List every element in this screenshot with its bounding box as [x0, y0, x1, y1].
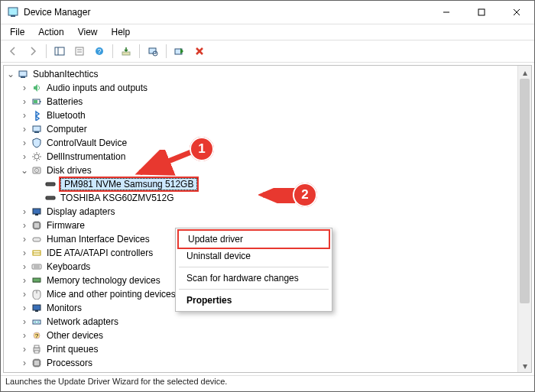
- svg-text:?: ?: [35, 332, 39, 339]
- tree-node-label: Network adapters: [45, 316, 120, 327]
- tree-category-17[interactable]: ›Print queues: [5, 342, 531, 356]
- ctx-update-driver[interactable]: Update driver: [179, 231, 329, 248]
- expand-icon[interactable]: ›: [19, 248, 30, 258]
- expand-icon[interactable]: ›: [19, 344, 30, 355]
- tree-category-18[interactable]: ›Processors: [5, 356, 531, 370]
- nav-back-button[interactable]: [4, 42, 22, 60]
- properties-button[interactable]: [70, 42, 89, 60]
- close-button[interactable]: [499, 1, 534, 24]
- expand-icon[interactable]: ›: [19, 358, 30, 368]
- annotation-arrow-1: [134, 150, 195, 180]
- display-icon: [31, 302, 43, 314]
- ctx-uninstall-device[interactable]: Uninstall device: [177, 248, 330, 264]
- svg-rect-25: [34, 131, 39, 133]
- ctx-scan-hardware[interactable]: Scan for hardware changes: [177, 270, 330, 287]
- expand-icon[interactable]: ›: [19, 275, 30, 286]
- separator: [139, 44, 140, 58]
- tree-category-4[interactable]: ›ControlVault Device: [5, 136, 531, 150]
- svg-rect-44: [35, 310, 38, 312]
- disk-icon: [31, 164, 43, 177]
- svg-rect-34: [34, 222, 40, 228]
- svg-rect-43: [33, 305, 41, 310]
- sec-icon: [31, 371, 43, 373]
- maximize-button[interactable]: [464, 1, 499, 24]
- scan-hardware-button[interactable]: [144, 42, 162, 60]
- gear-icon: [31, 151, 43, 163]
- enable-device-button[interactable]: [170, 42, 189, 60]
- tree-category-15[interactable]: ›Network adapters: [5, 315, 531, 329]
- expand-icon[interactable]: ›: [19, 371, 30, 373]
- expand-icon[interactable]: ›: [19, 330, 30, 341]
- tree-node-label: Batteries: [45, 96, 84, 107]
- menu-help[interactable]: Help: [105, 25, 137, 39]
- tree-node-label: PM981 NVMe Samsung 512GB: [63, 179, 195, 190]
- status-text: Launches the Update Driver Wizard for th…: [5, 377, 227, 386]
- uninstall-device-button[interactable]: [190, 42, 209, 60]
- expand-icon[interactable]: ›: [19, 124, 30, 134]
- expand-icon[interactable]: ›: [19, 303, 30, 313]
- vertical-scrollbar[interactable]: ▴ ▾: [517, 66, 531, 372]
- collapse-icon[interactable]: ⌄: [19, 165, 30, 176]
- tree-spacer: [33, 193, 44, 203]
- annotation-label: 2: [301, 187, 308, 202]
- expand-icon[interactable]: ›: [19, 138, 30, 148]
- expand-icon[interactable]: ›: [19, 206, 30, 217]
- expand-icon[interactable]: ›: [19, 234, 30, 245]
- expand-icon[interactable]: ›: [19, 261, 30, 272]
- svg-rect-6: [55, 47, 64, 55]
- annotation-label: 1: [198, 141, 205, 157]
- chip-icon: [31, 357, 43, 369]
- annotation-arrow-2: [258, 188, 297, 203]
- show-hide-tree-button[interactable]: [50, 42, 69, 60]
- toolbar: ?: [1, 40, 534, 63]
- menu-action[interactable]: Action: [32, 25, 70, 39]
- tree-category-3[interactable]: ›Computer: [5, 122, 531, 136]
- expand-icon[interactable]: ›: [19, 220, 30, 231]
- device-manager-window: Device Manager File Action View Help ? ⌄…: [0, 0, 535, 392]
- shield-icon: [31, 137, 43, 149]
- expand-icon[interactable]: ›: [19, 289, 30, 300]
- tree-category-disk-drives[interactable]: ⌄Disk drives: [5, 164, 531, 177]
- separator: [179, 289, 329, 290]
- svg-rect-52: [34, 351, 39, 353]
- expand-icon[interactable]: ›: [19, 151, 30, 162]
- separator: [112, 44, 113, 58]
- tree-category-1[interactable]: ›Batteries: [5, 95, 531, 109]
- menu-view[interactable]: View: [72, 25, 104, 39]
- tree-root[interactable]: ⌄SubhanItechtics: [5, 67, 531, 81]
- tree-category-7[interactable]: ›Display adapters: [5, 205, 531, 219]
- ctx-properties[interactable]: Properties: [177, 292, 330, 309]
- svg-rect-13: [122, 52, 130, 55]
- pc-icon: [31, 123, 43, 135]
- tree-node-label: Audio inputs and outputs: [45, 83, 149, 93]
- scroll-thumb[interactable]: [520, 79, 530, 303]
- minimize-button[interactable]: [429, 1, 464, 24]
- update-driver-button[interactable]: [117, 42, 135, 60]
- tree-category-16[interactable]: ›?Other devices: [5, 329, 531, 342]
- tree-category-19[interactable]: ›Security devices: [5, 370, 531, 373]
- nav-forward-button[interactable]: [24, 42, 42, 60]
- expand-icon[interactable]: ›: [19, 96, 30, 107]
- menu-file[interactable]: File: [4, 25, 31, 39]
- tree-node-label: IDE ATA/ATAPI controllers: [45, 248, 154, 258]
- annotation-badge-2: 2: [293, 183, 317, 207]
- tree-category-2[interactable]: ›Bluetooth: [5, 109, 531, 122]
- bt-icon: [31, 109, 43, 121]
- expand-icon[interactable]: ›: [19, 316, 30, 327]
- tree-category-5[interactable]: ›DellInstrumentation: [5, 150, 531, 164]
- tree-node-label: Processors: [45, 358, 94, 368]
- svg-point-29: [36, 170, 37, 170]
- help-button[interactable]: ?: [90, 42, 109, 60]
- app-icon: [7, 6, 19, 18]
- tree-category-0[interactable]: ›Audio inputs and outputs: [5, 81, 531, 95]
- collapse-icon[interactable]: ⌄: [5, 69, 16, 79]
- svg-rect-0: [8, 8, 18, 15]
- scroll-up-icon[interactable]: ▴: [518, 66, 531, 79]
- expand-icon[interactable]: ›: [19, 110, 30, 121]
- svg-point-46: [34, 322, 36, 323]
- separator: [179, 267, 329, 267]
- tree-node-label: DellInstrumentation: [45, 151, 127, 162]
- scroll-down-icon[interactable]: ▾: [518, 359, 531, 372]
- expand-icon[interactable]: ›: [19, 83, 30, 93]
- svg-rect-3: [478, 9, 485, 15]
